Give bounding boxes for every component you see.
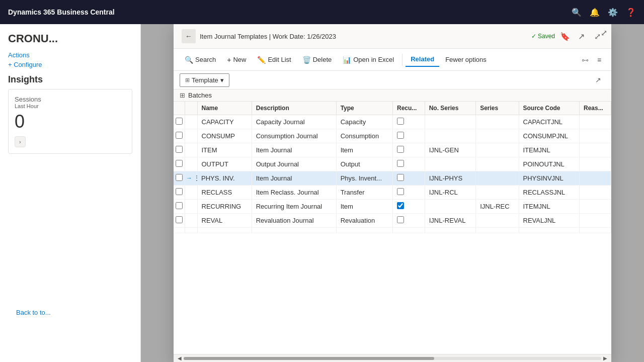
col-recurring[interactable]: Recu...	[392, 102, 425, 115]
saved-check-icon: ✓	[531, 33, 536, 40]
cell-series	[476, 214, 519, 228]
batches-icon: ⊞	[180, 92, 185, 99]
cell-reason	[579, 200, 611, 214]
col-no-series[interactable]: No. Series	[425, 102, 475, 115]
scroll-left-arrow[interactable]: ◀	[176, 355, 184, 361]
send-icon[interactable]: ↗	[591, 73, 605, 87]
share-icon[interactable]: ↗	[575, 30, 587, 42]
columns-icon[interactable]: ≡	[593, 54, 605, 66]
sessions-arrow[interactable]: ›	[15, 136, 26, 147]
table-row[interactable]: → ⋮ PHYS. INV. Item Journal Phys. Invent…	[174, 171, 611, 186]
row-checkbox-cell[interactable]	[174, 200, 185, 214]
row-checkbox[interactable]	[176, 216, 183, 223]
cell-recurring[interactable]	[392, 200, 425, 214]
col-type[interactable]: Type	[336, 102, 392, 115]
table-row[interactable]: CAPACITY Capacity Journal Capacity CAPAC…	[174, 115, 611, 129]
table-row[interactable]: REVAL Revaluation Journal Revaluation IJ…	[174, 214, 611, 228]
col-description[interactable]: Description	[252, 102, 336, 115]
scroll-thumb[interactable]	[184, 357, 434, 360]
bookmark-icon[interactable]: 🔖	[559, 30, 571, 42]
help-icon[interactable]: ❓	[626, 8, 636, 17]
template-button[interactable]: ⊞ Template ▾	[180, 73, 229, 87]
row-checkbox-cell[interactable]	[174, 171, 185, 186]
row-more-icon[interactable]: ⋮	[193, 174, 200, 182]
row-checkbox[interactable]	[176, 146, 183, 153]
col-reason[interactable]: Reas...	[579, 102, 611, 115]
row-checkbox[interactable]	[176, 202, 183, 209]
cell-recurring[interactable]	[392, 115, 425, 129]
batches-row[interactable]: ⊞ Batches	[174, 89, 611, 102]
row-checkbox[interactable]	[176, 118, 183, 125]
back-to-top-link[interactable]: Back to to...	[8, 305, 132, 320]
row-checkbox-cell[interactable]	[174, 214, 185, 228]
table-row[interactable]: RECLASS Item Reclass. Journal Transfer I…	[174, 186, 611, 200]
table-row[interactable]: CONSUMP Consumption Journal Consumption …	[174, 129, 611, 143]
row-checkbox-cell[interactable]	[174, 129, 185, 143]
cell-description: Recurring Item Journal	[252, 200, 336, 214]
row-checkbox-cell[interactable]	[174, 157, 185, 171]
col-source-code[interactable]: Source Code	[519, 102, 579, 115]
search-icon[interactable]: 🔍	[572, 8, 582, 17]
recurring-checkbox[interactable]	[397, 118, 404, 125]
cell-recurring[interactable]	[392, 129, 425, 143]
row-checkbox[interactable]	[176, 160, 183, 167]
recurring-checkbox[interactable]	[397, 160, 404, 167]
table-row[interactable]: OUTPUT Output Journal Output POINOUTJNL	[174, 157, 611, 171]
row-checkbox[interactable]	[176, 174, 183, 181]
table-row[interactable]: RECURRING Recurring Item Journal Item IJ…	[174, 200, 611, 214]
notification-icon[interactable]: 🔔	[590, 8, 600, 17]
cell-reason	[579, 214, 611, 228]
back-button[interactable]: ←	[182, 29, 196, 43]
settings-icon[interactable]: ⚙️	[608, 8, 618, 17]
row-checkbox-cell[interactable]	[174, 186, 185, 200]
new-button[interactable]: + New	[222, 53, 251, 67]
cell-recurring[interactable]	[392, 214, 425, 228]
row-checkbox-cell[interactable]	[174, 143, 185, 157]
scroll-track[interactable]	[184, 357, 601, 360]
filter-icon[interactable]: ⧟	[579, 54, 591, 66]
dialog-toolbar: 🔍 Search + New ✏️ Edit List 🗑️ Delete	[174, 49, 611, 71]
open-in-excel-button[interactable]: 📊 Open in Excel	[338, 53, 399, 67]
recurring-checkbox[interactable]	[397, 132, 404, 139]
cell-recurring[interactable]	[392, 157, 425, 171]
cell-series	[476, 129, 519, 143]
cell-series	[476, 115, 519, 129]
table-row[interactable]: ITEM Item Journal Item IJNL-GEN ITEMJNL	[174, 143, 611, 157]
dialog: ⤢ ← Item Journal Templates | Work Date: …	[174, 24, 611, 362]
cell-description: Item Journal	[252, 171, 336, 186]
row-checkbox-cell[interactable]	[174, 115, 185, 129]
recurring-checkbox[interactable]	[397, 188, 404, 195]
delete-button[interactable]: 🗑️ Delete	[297, 53, 337, 67]
col-select	[174, 102, 185, 115]
cell-name: RECURRING	[197, 200, 252, 214]
cell-source-code: PHYSINVJNL	[519, 171, 579, 186]
cell-reason	[579, 115, 611, 129]
recurring-checkbox[interactable]	[397, 174, 404, 181]
cell-recurring[interactable]	[392, 143, 425, 157]
recurring-checkbox[interactable]	[397, 146, 404, 153]
excel-icon: 📊	[343, 56, 351, 64]
bg-page: CRONU... Actions + Configure Insights Se…	[0, 24, 644, 362]
cell-description: Item Reclass. Journal	[252, 186, 336, 200]
scroll-right-arrow[interactable]: ▶	[601, 355, 609, 361]
edit-list-button[interactable]: ✏️ Edit List	[252, 53, 296, 67]
col-series[interactable]: Series	[476, 102, 519, 115]
fewer-options-button[interactable]: Fewer options	[440, 53, 492, 66]
sidebar-configure-link[interactable]: + Configure	[8, 61, 132, 68]
search-button[interactable]: 🔍 Search	[180, 53, 221, 67]
cell-name: ITEM	[197, 143, 252, 157]
recurring-checkbox[interactable]	[397, 216, 404, 223]
recurring-checkbox[interactable]	[397, 202, 404, 209]
expand-button[interactable]: ⤢	[601, 28, 607, 38]
col-name[interactable]: Name	[197, 102, 252, 115]
empty-cell	[197, 228, 252, 233]
row-checkbox[interactable]	[176, 132, 183, 139]
cell-source-code: ITEMJNL	[519, 200, 579, 214]
cell-recurring[interactable]	[392, 186, 425, 200]
row-checkbox[interactable]	[176, 188, 183, 195]
empty-cell	[252, 228, 336, 233]
related-button[interactable]: Related	[406, 52, 439, 67]
cell-source-code: POINOUTJNL	[519, 157, 579, 171]
cell-recurring[interactable]	[392, 171, 425, 186]
horizontal-scrollbar[interactable]: ◀ ▶	[174, 354, 611, 362]
